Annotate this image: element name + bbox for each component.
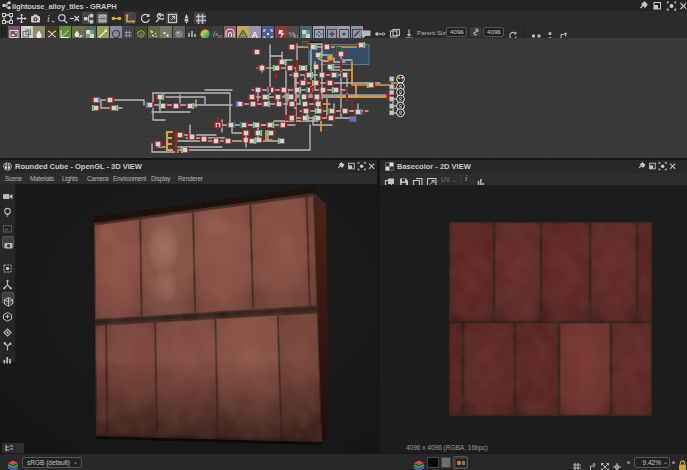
svg-text:i: i bbox=[47, 13, 50, 24]
